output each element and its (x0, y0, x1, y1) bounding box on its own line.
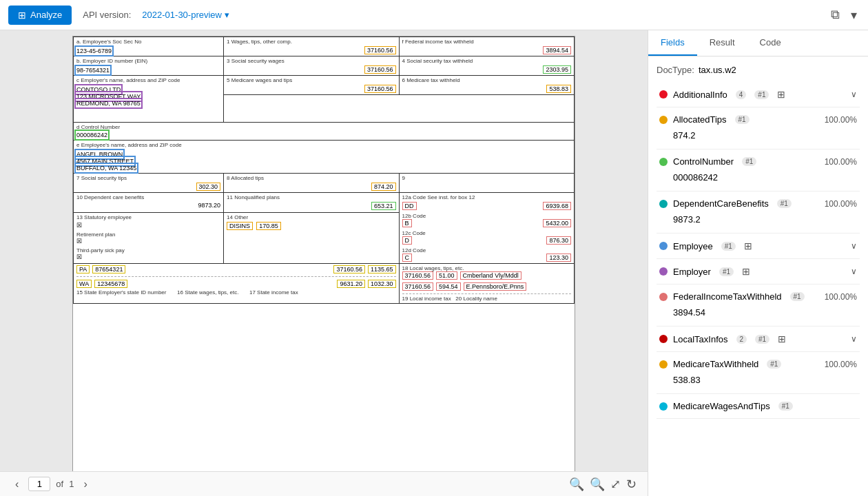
field-instance-additionalinfo: #1 (754, 90, 769, 99)
table-icon-additionalinfo: ⊞ (777, 89, 785, 100)
fit-button[interactable]: ⤢ (610, 477, 621, 492)
field-instance-localtaxinfos: #1 (755, 335, 769, 344)
w2-table: a. Employee's Soc Sec No 123-45-6789 1 W… (73, 37, 575, 304)
rotate-button[interactable]: ↻ (626, 477, 637, 492)
disins-label: DISINS (227, 222, 253, 230)
state-id1-value: 87654321 (92, 265, 125, 273)
ein-cell: b. Employer ID number (EIN) 98-7654321 (74, 56, 224, 76)
prev-page-button[interactable]: ‹ (11, 477, 23, 492)
chevron-additionalinfo[interactable]: ∨ (851, 90, 857, 99)
field-header-additionalinfo[interactable]: AdditionalInfo 4 #1 ⊞ ∨ (657, 85, 860, 104)
field-instance-medicaretaxwithheld: #1 (767, 360, 781, 369)
field-header-federalincometaxwithheld[interactable]: FederalIncomeTaxWithheld #1 100.00% (657, 287, 860, 306)
zoom-in-button[interactable]: 🔍 (590, 477, 605, 492)
field-dot-federalincometaxwithheld (659, 293, 668, 301)
val12d-value: 123.30 (546, 254, 571, 262)
field-item-allocatedtips: AllocatedTips #1 100.00% 874.2 (657, 110, 860, 146)
layers-icon-button[interactable]: ⧉ (828, 5, 843, 25)
field-name-medicaretaxwithheld: MedicareTaxWithheld (673, 359, 758, 369)
field-header-medicaretaxwithheld[interactable]: MedicareTaxWithheld #1 100.00% (657, 355, 860, 373)
doctype-label: DocType: (657, 65, 694, 75)
val12c-value: 876.30 (546, 236, 571, 245)
page-of-label: of (56, 479, 63, 489)
ss-tips-value: 302.30 (196, 183, 221, 191)
med-wages-cell: 5 Medicare wages and tips 37160.56 (224, 76, 399, 95)
next-page-button[interactable]: › (79, 477, 91, 492)
field-instance-allocatedtips: #1 (735, 115, 750, 124)
other-cell: 14 Other DISINS 170.85 (224, 212, 399, 263)
employee-addr2-value: BUFFALO, WA 12345 (76, 165, 136, 172)
ss-tax-cell: 4 Social security tax withheld 2303.95 (399, 56, 574, 76)
statutory-cell: 13 Statutory employee ☒ Retirement plan … (74, 212, 224, 263)
field-instance-employee: #1 (721, 242, 736, 251)
field-header-medicarewagesandtips[interactable]: MedicareWagesAndTips #1 (657, 397, 860, 415)
field-confidence-allocatedtips: 100.00% (825, 115, 857, 125)
field-instance-dependentcarebenefits: #1 (777, 199, 792, 208)
employee-addr1-value: 4567 MAIN STREET (76, 158, 134, 165)
ss-wages-value: 37160.56 (364, 65, 396, 74)
field-value-allocatedtips: 874.2 (657, 129, 860, 146)
field-instance-controlnumber: #1 (742, 157, 756, 166)
field-header-localtaxinfos[interactable]: LocalTaxInfos 2 #1 ⊞ ∨ (657, 329, 860, 349)
fed-tax-value: 3894.54 (543, 46, 571, 54)
api-version-value: 2022-01-30-preview (142, 10, 222, 20)
field-value-dependentcarebenefits: 9873.2 (657, 213, 860, 230)
box9-cell: 9 (399, 174, 574, 193)
field-badge-additionalinfo: 4 (736, 90, 747, 99)
field-name-localtaxinfos: LocalTaxInfos (673, 334, 728, 344)
doctype-row: DocType: tax.us.w2 (657, 65, 860, 75)
document-viewer: a. Employee's Soc Sec No 123-45-6789 1 W… (0, 30, 648, 496)
field-instance-medicarewagesandtips: #1 (778, 402, 793, 411)
zoom-out-button[interactable]: 🔍 (569, 477, 584, 492)
tab-fields[interactable]: Fields (648, 30, 697, 56)
chevron-down-icon: ▾ (225, 10, 229, 20)
field-item-dependentcarebenefits: DependentCareBenefits #1 100.00% 9873.2 (657, 194, 860, 230)
field-header-controlnumber[interactable]: ControlNumber #1 100.00% (657, 152, 860, 171)
tab-code[interactable]: Code (747, 30, 794, 56)
field-name-employer: Employer (673, 267, 711, 277)
field-name-allocatedtips: AllocatedTips (673, 114, 727, 125)
ein-value: 98-7654321 (76, 67, 110, 74)
api-version-selector[interactable]: 2022-01-30-preview ▾ (142, 10, 229, 20)
field-name-medicarewagesandtips: MedicareWagesAndTips (673, 401, 770, 411)
chevron-employer[interactable]: ∨ (851, 267, 857, 276)
field-dot-controlnumber (659, 158, 668, 166)
page-number-input[interactable]: 1 (28, 477, 50, 491)
field-dot-employee (659, 242, 668, 250)
page-navigation: ‹ 1 of 1 › (11, 477, 92, 492)
dep-care-value: 9873.20 (198, 202, 221, 209)
field-dot-medicaretaxwithheld (659, 360, 668, 369)
chevron-down-icon-button[interactable]: ▾ (848, 5, 860, 25)
employer-name-cell: c Employer's name, address and ZIP code … (74, 76, 224, 123)
field-dot-localtaxinfos (659, 335, 668, 343)
document-toolbar: ‹ 1 of 1 › 🔍 🔍 ⤢ ↻ (0, 471, 648, 496)
field-instance-employer: #1 (719, 267, 734, 276)
code12b-value: B (402, 219, 412, 227)
state-wages2-value: 9631.20 (337, 280, 365, 288)
tab-result[interactable]: Result (697, 30, 747, 56)
field-instance-federalincometaxwithheld: #1 (790, 292, 805, 301)
field-item-controlnumber: ControlNumber #1 100.00% 000086242 (657, 152, 860, 188)
nonqual-value: 653.21 (371, 202, 396, 210)
field-header-employer[interactable]: Employer #1 ⊞ ∨ (657, 262, 860, 281)
state-tax2-value: 1032.30 (368, 280, 396, 288)
state-cell: PA 87654321 37160.56 1135.65 WA 1234 (74, 264, 400, 304)
chevron-localtaxinfos[interactable]: ∨ (851, 334, 857, 344)
ss-wages-cell: 3 Social security wages 37160.56 (224, 56, 399, 76)
med-tax-cell: 6 Medicare tax withheld 538.83 (399, 76, 574, 95)
field-header-dependentcarebenefits[interactable]: DependentCareBenefits #1 100.00% (657, 194, 860, 213)
field-header-employee[interactable]: Employee #1 ⊞ ∨ (657, 236, 860, 256)
document-content: a. Employee's Soc Sec No 123-45-6789 1 W… (0, 30, 648, 471)
chevron-employee[interactable]: ∨ (851, 241, 857, 251)
field-header-allocatedtips[interactable]: AllocatedTips #1 100.00% (657, 110, 860, 129)
field-value-controlnumber: 000086242 (657, 171, 860, 188)
field-name-additionalinfo: AdditionalInfo (673, 90, 727, 100)
employer-addr2-value: REDMOND, WA 98765 (76, 100, 141, 107)
fed-tax-cell: f Federal income tax withheld 3894.54 (399, 37, 574, 56)
local-tax1-value: 51.00 (436, 271, 457, 280)
field-item-federalincometaxwithheld: FederalIncomeTaxWithheld #1 100.00% 3894… (657, 287, 860, 323)
analyze-button[interactable]: ⊞ Analyze (8, 6, 72, 25)
field-item-employer: Employer #1 ⊞ ∨ (657, 262, 860, 281)
employer-name-value: CONTOSO LTD (76, 86, 121, 93)
field-value-medicaretaxwithheld: 538.83 (657, 373, 860, 391)
